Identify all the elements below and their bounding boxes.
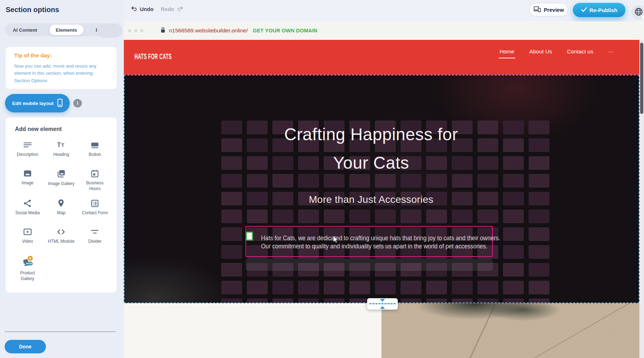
- element-tile-label: Heading: [53, 152, 69, 158]
- get-your-own-domain-link[interactable]: GET YOUR OWN DOMAIN: [253, 28, 317, 33]
- grid-cell: [273, 210, 293, 223]
- selected-text-element[interactable]: Hats for Cats, we are dedicated to craft…: [246, 226, 493, 257]
- element-tile-business-hours[interactable]: Business Hours: [78, 167, 112, 191]
- svg-text:T: T: [62, 142, 65, 148]
- nav-item-more[interactable]: ···: [608, 48, 614, 58]
- element-tile-button[interactable]: Button: [78, 138, 112, 162]
- undo-button[interactable]: Undo: [131, 6, 153, 12]
- element-tile-contact-form[interactable]: Contact Form: [78, 196, 112, 220]
- element-tile-divider[interactable]: Divider: [78, 225, 112, 248]
- section-resize-handle[interactable]: [367, 298, 398, 310]
- nav-item-home[interactable]: Home: [500, 48, 514, 58]
- panel-title: Section options: [6, 6, 59, 14]
- pavement-photo: [381, 303, 639, 358]
- grid-cell: [401, 281, 421, 294]
- grid-cell: [375, 174, 396, 188]
- grid-cell: [401, 299, 421, 303]
- element-tile-label: Image: [22, 180, 33, 186]
- grid-cell: [221, 263, 242, 277]
- grid-cell: [324, 281, 344, 294]
- element-tile-label: Description: [17, 152, 38, 158]
- republish-button[interactable]: Re-Publish: [573, 3, 625, 17]
- undo-label: Undo: [140, 6, 153, 12]
- button-icon: [90, 140, 100, 150]
- grid-cell: [529, 245, 549, 259]
- tip-body: Now you can add, move and resize any ele…: [14, 63, 107, 84]
- heading-icon: TT: [56, 140, 66, 150]
- grid-cell: [298, 210, 319, 223]
- paragraph-line2: Our commitment to quality and individual…: [261, 242, 479, 250]
- language-globe-button[interactable]: [631, 5, 644, 20]
- element-tile-product-gallery[interactable]: SHOPProduct Gallery: [11, 253, 44, 281]
- hero-section[interactable]: Crafting Happiness for Your Cats More th…: [124, 75, 639, 303]
- tab-ai-content[interactable]: AI Content: [6, 25, 43, 35]
- url-text: n1566589.websitebuilder.online/: [169, 27, 248, 34]
- element-tile-social-media[interactable]: Social Media: [11, 196, 44, 220]
- grid-cell: [503, 174, 524, 188]
- grid-cell: [221, 281, 242, 294]
- grid-cell: [349, 174, 370, 188]
- image-icon: [23, 169, 32, 178]
- grid-cell: [529, 299, 549, 303]
- address-bar[interactable]: n1566589.websitebuilder.online/: [160, 27, 248, 35]
- element-tile-image-gallery[interactable]: Image Gallery: [44, 167, 78, 191]
- social-media-icon: [23, 199, 32, 208]
- grid-cell: [324, 299, 344, 303]
- tip-of-the-day-card: Tip of the day: Now you can add, move an…: [6, 47, 117, 89]
- element-hover-placeholder: [246, 259, 493, 271]
- hero-heading-line1[interactable]: Crafting Happiness for: [124, 125, 618, 144]
- grid-cell: [452, 174, 473, 188]
- grid-cell: [298, 174, 319, 188]
- info-icon[interactable]: i: [73, 99, 82, 107]
- nav-item-aboutus[interactable]: About Us: [529, 48, 552, 58]
- element-drag-handle[interactable]: [246, 232, 253, 241]
- panel-divider: [5, 331, 116, 332]
- nav-item-contactus[interactable]: Contact us: [567, 48, 593, 58]
- element-tile-label: Business Hours: [81, 180, 109, 191]
- grid-cell: [452, 281, 473, 294]
- element-tile-label: Product Gallery: [14, 270, 41, 281]
- grid-cell: [503, 281, 524, 294]
- arrow-up-icon: [380, 306, 385, 309]
- scrollbar-thumb[interactable]: [640, 43, 643, 114]
- redo-button[interactable]: Redo: [161, 6, 183, 12]
- element-tile-label: Divider: [88, 239, 101, 244]
- grid-cell: [247, 299, 268, 303]
- grid-cell: [503, 245, 524, 259]
- element-tile-image[interactable]: Image: [11, 167, 44, 191]
- grid-cell: [221, 227, 242, 241]
- grid-cell: [503, 299, 524, 303]
- site-logo[interactable]: HATS FOR CATS: [134, 52, 171, 61]
- browser-bar: n1566589.websitebuilder.online/ GET YOUR…: [124, 21, 644, 40]
- website-builder-app: Undo Redo Preview Re-Publish: [0, 0, 644, 358]
- republish-label: Re-Publish: [590, 7, 617, 13]
- devices-icon: [533, 6, 541, 13]
- grid-cell: [477, 299, 498, 303]
- grid-cell: [401, 210, 421, 223]
- globe-badge: [642, 15, 644, 19]
- tab-elements[interactable]: Elements: [49, 25, 84, 35]
- grid-cell: [529, 263, 549, 277]
- mouse-cursor: [333, 236, 338, 244]
- check-icon: [581, 7, 587, 13]
- grid-cell: [298, 299, 319, 303]
- element-tile-description[interactable]: Description: [11, 138, 44, 162]
- panel-edge-pill: [97, 23, 122, 38]
- preview-scrollbar: [639, 40, 644, 358]
- grid-cell: [529, 210, 549, 223]
- element-tile-video[interactable]: Video: [11, 225, 44, 248]
- hero-subheading[interactable]: More than Just Accessories: [124, 194, 618, 205]
- element-tile-label: Map: [57, 210, 65, 216]
- preview-button[interactable]: Preview: [529, 3, 568, 16]
- grid-cell: [273, 174, 293, 188]
- hero-heading-line2[interactable]: Your Cats: [124, 153, 618, 173]
- element-tile-html-module[interactable]: HTML Module: [44, 225, 78, 248]
- edit-mobile-layout-button[interactable]: Edit mobile layout: [5, 94, 70, 112]
- done-label: Done: [19, 344, 32, 349]
- element-tile-heading[interactable]: TTHeading: [44, 138, 78, 162]
- element-tile-map[interactable]: Map: [44, 196, 78, 220]
- grid-cell: [503, 263, 524, 277]
- window-control-dots: [128, 29, 143, 32]
- grid-cell: [349, 281, 370, 294]
- done-button[interactable]: Done: [5, 340, 46, 353]
